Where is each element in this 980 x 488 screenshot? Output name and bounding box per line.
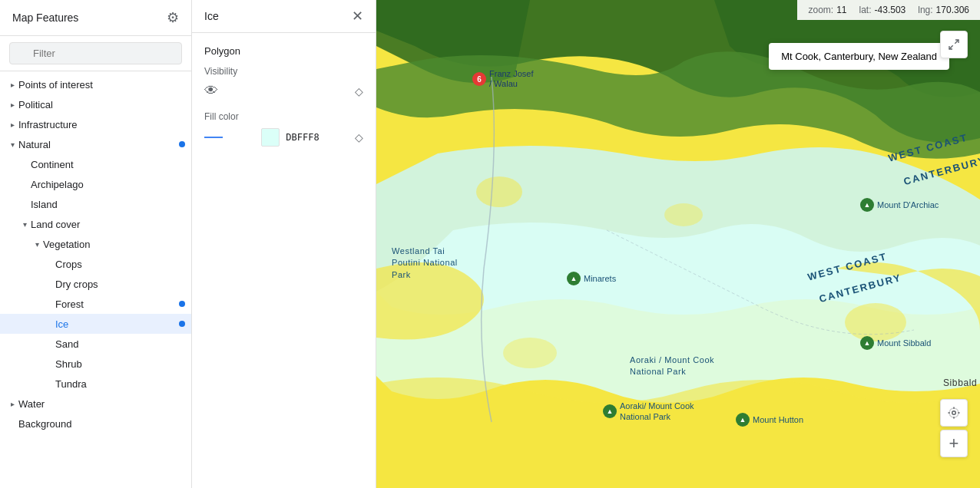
fullscreen-button[interactable]: [940, 31, 968, 58]
sidebar: Map Features ⚙ ☰ ▸Points of interest▸Pol…: [0, 0, 192, 488]
spacer-icon: [18, 158, 31, 170]
item-label-land-cover: Land cover: [31, 219, 185, 230]
active-dot: [179, 301, 185, 307]
tooltip-text: Mt Cook, Canterbury, New Zealand: [781, 51, 937, 62]
spacer-icon: [6, 417, 18, 430]
spacer-icon: [43, 258, 55, 270]
item-label-points-of-interest: Points of interest: [18, 79, 185, 91]
zoom-display: zoom: 11: [808, 5, 846, 15]
item-label-background: Background: [18, 418, 185, 430]
spacer-icon: [18, 178, 31, 190]
visibility-label: Visibility: [204, 66, 363, 77]
spacer-icon: [43, 378, 55, 390]
polygon-label: Polygon: [204, 45, 363, 57]
visibility-row: 👁 ◇: [204, 83, 363, 99]
sidebar-item-island[interactable]: Island: [0, 194, 191, 214]
spacer-icon: [43, 298, 55, 310]
fill-color-label: Fill color: [204, 111, 363, 122]
expand-icon: ▾: [6, 138, 18, 150]
sidebar-item-crops[interactable]: Crops: [0, 254, 191, 274]
svg-point-3: [845, 303, 906, 341]
lng-label: lng:: [918, 5, 932, 15]
lat-display: lat: -43.503: [859, 5, 906, 15]
expand-icon: ▸: [6, 397, 18, 410]
zoom-value: 11: [836, 5, 846, 15]
item-label-infrastructure: Infrastructure: [18, 119, 185, 130]
sidebar-item-shrub[interactable]: Shrub: [0, 354, 191, 374]
svg-point-4: [503, 338, 557, 368]
detail-panel: Ice ✕ Polygon Visibility 👁 ◇ Fill color …: [192, 0, 376, 488]
active-dot: [179, 141, 185, 147]
filter-input[interactable]: [9, 42, 182, 64]
detail-title: Ice: [204, 10, 219, 22]
sidebar-item-natural[interactable]: ▾Natural: [0, 134, 191, 154]
sidebar-item-sand[interactable]: Sand: [0, 334, 191, 354]
sidebar-item-dry-crops[interactable]: Dry crops: [0, 274, 191, 294]
zoom-in-button[interactable]: +: [940, 430, 968, 457]
sidebar-item-archipelago[interactable]: Archipelago: [0, 174, 191, 194]
item-label-shrub: Shrub: [55, 358, 185, 370]
svg-point-7: [952, 411, 956, 415]
sidebar-title: Map Features: [12, 12, 78, 24]
svg-point-2: [664, 203, 703, 226]
sidebar-item-infrastructure[interactable]: ▸Infrastructure: [0, 114, 191, 134]
item-label-vegetation: Vegetation: [43, 239, 185, 250]
item-label-forest: Forest: [55, 298, 179, 310]
map-svg: [376, 0, 980, 488]
settings-icon[interactable]: ⚙: [167, 9, 179, 26]
spacer-icon: [43, 318, 55, 330]
color-swatch-group[interactable]: DBFFF8: [261, 128, 319, 147]
expand-icon: ▸: [6, 78, 18, 91]
lat-label: lat:: [859, 5, 872, 15]
detail-body: Polygon Visibility 👁 ◇ Fill color DBFFF8…: [192, 33, 376, 488]
feature-tree: ▸Points of interest▸Political▸Infrastruc…: [0, 71, 191, 488]
spacer-icon: [43, 338, 55, 350]
lng-display: lng: 170.306: [918, 5, 969, 15]
sidebar-item-background[interactable]: Background: [0, 414, 191, 434]
svg-line-6: [949, 45, 953, 49]
svg-point-8: [949, 408, 958, 417]
item-label-water: Water: [18, 398, 185, 410]
item-label-dry-crops: Dry crops: [55, 279, 185, 290]
fill-color-section: Fill color DBFFF8 ◇: [204, 111, 363, 147]
sidebar-item-water[interactable]: ▸Water: [0, 394, 191, 414]
color-hex-value: DBFFF8: [286, 132, 319, 143]
expand-icon: ▾: [31, 238, 43, 250]
item-label-island: Island: [31, 199, 185, 210]
item-label-tundra: Tundra: [55, 378, 185, 390]
sidebar-item-points-of-interest[interactable]: ▸Points of interest: [0, 74, 191, 94]
svg-line-5: [955, 40, 958, 44]
color-swatch[interactable]: [261, 128, 280, 147]
sidebar-item-political[interactable]: ▸Political: [0, 94, 191, 114]
sidebar-item-tundra[interactable]: Tundra: [0, 374, 191, 394]
item-label-ice: Ice: [55, 318, 179, 330]
sidebar-item-continent[interactable]: Continent: [0, 154, 191, 174]
expand-icon: ▸: [6, 118, 18, 130]
sidebar-item-land-cover[interactable]: ▾Land cover: [0, 214, 191, 234]
fill-diamond-icon[interactable]: ◇: [355, 131, 363, 143]
close-icon[interactable]: ✕: [352, 9, 363, 23]
spacer-icon: [18, 198, 31, 210]
fill-color-row: DBFFF8 ◇: [204, 128, 363, 147]
filter-section: ☰: [0, 36, 191, 71]
zoom-label: zoom:: [808, 5, 833, 15]
expand-icon: ▸: [6, 98, 18, 110]
item-label-political: Political: [18, 99, 185, 110]
eye-icon[interactable]: 👁: [204, 83, 218, 99]
item-label-continent: Continent: [31, 159, 185, 170]
location-tooltip: Mt Cook, Canterbury, New Zealand: [769, 43, 949, 70]
spacer-icon: [43, 278, 55, 290]
map-area[interactable]: zoom: 11 lat: -43.503 lng: 170.306: [376, 0, 980, 488]
sidebar-item-ice[interactable]: Ice: [0, 314, 191, 334]
geolocate-button[interactable]: [940, 399, 968, 427]
sidebar-item-forest[interactable]: Forest: [0, 294, 191, 314]
lat-value: -43.503: [875, 5, 906, 15]
spacer-icon: [43, 358, 55, 370]
visibility-diamond-icon[interactable]: ◇: [355, 85, 363, 97]
active-dot: [179, 321, 185, 327]
item-label-archipelago: Archipelago: [31, 179, 185, 190]
detail-header: Ice ✕: [192, 0, 376, 33]
sidebar-item-vegetation[interactable]: ▾Vegetation: [0, 234, 191, 254]
lng-value: 170.306: [936, 5, 969, 15]
item-label-sand: Sand: [55, 338, 185, 350]
